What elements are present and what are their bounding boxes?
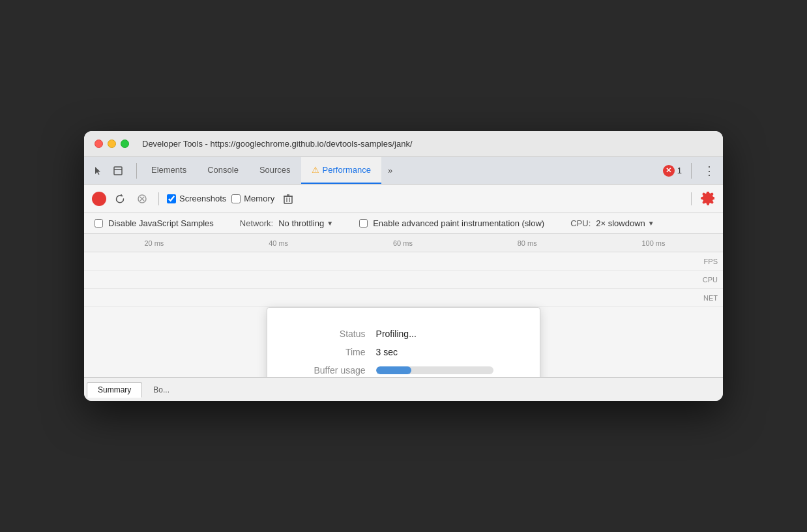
traffic-lights — [95, 140, 129, 148]
settings-gear-icon[interactable] — [699, 191, 715, 207]
clear-button[interactable] — [134, 190, 151, 207]
network-label: Network: — [240, 218, 273, 228]
cpu-arrow-icon: ▼ — [648, 220, 654, 227]
svg-marker-0 — [95, 167, 100, 175]
toolbar-divider-1 — [158, 192, 159, 205]
tab-summary[interactable]: Summary — [87, 382, 142, 398]
minimize-button[interactable] — [108, 140, 116, 148]
buffer-label: Buffer usage — [314, 365, 365, 376]
tab-console[interactable]: Console — [197, 157, 249, 184]
network-value: No throttling — [278, 218, 324, 228]
devtools-window: Developer Tools - https://googlechrome.g… — [84, 131, 723, 401]
svg-rect-6 — [284, 196, 292, 203]
disable-js-samples-label: Disable JavaScript Samples — [108, 218, 214, 228]
memory-checkbox-label[interactable]: Memory — [231, 194, 274, 203]
dialog-grid: Status Profiling... Time 3 sec Buffer us… — [314, 329, 493, 376]
cpu-label: CPU: — [570, 218, 591, 228]
screenshots-checkbox-label[interactable]: Screenshots — [167, 194, 226, 203]
title-bar: Developer Tools - https://googlechrome.g… — [84, 131, 723, 157]
tab-sources[interactable]: Sources — [249, 157, 301, 184]
buffer-bar-container — [376, 366, 493, 374]
time-label: Time — [314, 347, 365, 357]
memory-checkbox[interactable] — [231, 194, 241, 203]
tab-divider-right — [691, 163, 692, 179]
buffer-bar-fill — [376, 366, 411, 374]
close-button[interactable] — [95, 140, 103, 148]
kebab-menu[interactable]: ⋮ — [701, 161, 718, 181]
screenshots-label: Screenshots — [179, 194, 226, 203]
status-value: Profiling... — [376, 329, 493, 339]
record-button[interactable] — [92, 192, 106, 206]
cpu-value: 2× slowdown — [596, 218, 645, 228]
options-bar: Disable JavaScript Samples Network: No t… — [84, 213, 723, 234]
error-count: 1 — [677, 166, 682, 175]
profiling-overlay: Status Profiling... Time 3 sec Buffer us… — [84, 234, 723, 377]
disable-js-samples-checkbox[interactable] — [95, 219, 103, 228]
network-arrow-icon: ▼ — [327, 220, 333, 227]
cpu-control[interactable]: CPU: 2× slowdown ▼ — [570, 218, 654, 228]
svg-rect-1 — [114, 167, 122, 175]
profiling-dialog: Status Profiling... Time 3 sec Buffer us… — [267, 307, 540, 378]
tab-bar-right: ✕ 1 ⋮ — [663, 161, 718, 181]
status-label: Status — [314, 329, 365, 339]
nav-icons — [89, 162, 127, 180]
screenshots-checkbox[interactable] — [167, 194, 176, 203]
tab-bar: Elements Console Sources ⚠ Performance »… — [84, 157, 723, 185]
tab-elements[interactable]: Elements — [141, 157, 197, 184]
tab-bottom-up[interactable]: Bo... — [142, 382, 181, 398]
window-title: Developer Tools - https://googlechrome.g… — [142, 139, 413, 149]
error-badge: ✕ 1 — [663, 165, 682, 177]
tab-more[interactable]: » — [381, 157, 399, 184]
maximize-button[interactable] — [121, 140, 129, 148]
advanced-paint-checkbox[interactable] — [359, 219, 368, 228]
network-control[interactable]: Network: No throttling ▼ — [240, 218, 333, 228]
reload-button[interactable] — [111, 190, 128, 207]
cursor-icon[interactable] — [89, 162, 108, 180]
tab-performance[interactable]: ⚠ Performance — [301, 157, 381, 184]
trash-button[interactable] — [280, 190, 297, 207]
memory-label: Memory — [244, 194, 274, 203]
time-value: 3 sec — [376, 347, 493, 357]
error-icon: ✕ — [663, 165, 675, 177]
toolbar-divider-2 — [691, 192, 692, 205]
dock-icon[interactable] — [109, 162, 127, 180]
tab-divider — [136, 163, 137, 179]
tabs: Elements Console Sources ⚠ Performance » — [141, 157, 663, 184]
advanced-paint-label: Enable advanced paint instrumentation (s… — [373, 218, 544, 228]
toolbar: Screenshots Memory — [84, 185, 723, 213]
disable-js-samples-option[interactable]: Disable JavaScript Samples — [95, 218, 214, 228]
advanced-paint-option[interactable]: Enable advanced paint instrumentation (s… — [359, 218, 544, 228]
timeline-area: 20 ms 40 ms 60 ms 80 ms 100 ms FPS CPU N… — [84, 234, 723, 377]
warning-icon: ⚠ — [312, 165, 319, 175]
bottom-tabs: Summary Bo... — [84, 377, 723, 401]
